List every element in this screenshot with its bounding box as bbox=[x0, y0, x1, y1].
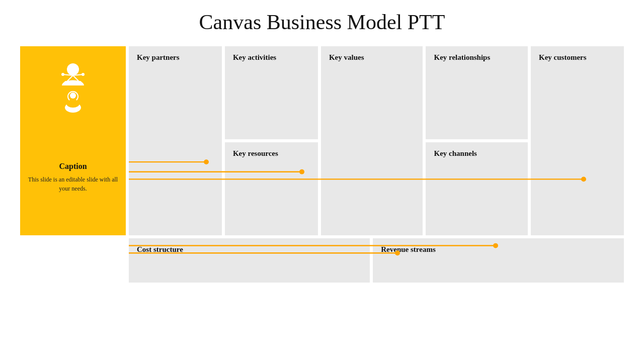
grid-row-top: Key partners Key activities Key resource… bbox=[129, 46, 624, 235]
cell-revenue-streams: Revenue streams bbox=[373, 238, 624, 283]
canvas-wrapper: Caption This slide is an editable slide … bbox=[20, 46, 624, 283]
partners-column: Key partners bbox=[129, 46, 222, 235]
values-column: Key values bbox=[321, 46, 423, 235]
cell-key-relationships: Key relationships bbox=[426, 46, 528, 139]
person-icon bbox=[59, 88, 87, 116]
user-icon bbox=[59, 60, 87, 88]
page: Canvas Business Model PTT bbox=[0, 0, 644, 362]
svg-point-5 bbox=[67, 63, 79, 75]
cell-key-partners: Key partners bbox=[129, 46, 222, 235]
cell-key-customers: Key customers bbox=[531, 46, 624, 235]
bottom-spacer bbox=[20, 238, 126, 283]
main-section: Caption This slide is an editable slide … bbox=[20, 46, 624, 235]
caption-box: Caption This slide is an editable slide … bbox=[20, 46, 126, 235]
bottom-section: Cost structure Revenue streams bbox=[20, 238, 624, 283]
cell-key-channels: Key channels bbox=[426, 142, 528, 235]
icon-container bbox=[59, 60, 87, 90]
caption-description: This slide is an editable slide with all… bbox=[27, 175, 119, 193]
cell-cost-structure: Cost structure bbox=[129, 238, 370, 283]
caption-title: Caption bbox=[59, 162, 87, 171]
cell-key-values: Key values bbox=[321, 46, 423, 235]
cell-key-resources: Key resources bbox=[225, 142, 318, 235]
activities-resources-column: Key activities Key resources bbox=[225, 46, 318, 235]
relationships-channels-column: Key relationships Key channels bbox=[426, 46, 528, 235]
canvas-area: Caption This slide is an editable slide … bbox=[20, 46, 624, 283]
svg-point-3 bbox=[70, 93, 76, 99]
svg-point-4 bbox=[66, 100, 79, 108]
grid: Key partners Key activities Key resource… bbox=[129, 46, 624, 235]
customers-column: Key customers bbox=[531, 46, 624, 235]
page-title: Canvas Business Model PTT bbox=[199, 10, 445, 34]
cell-key-activities: Key activities bbox=[225, 46, 318, 139]
